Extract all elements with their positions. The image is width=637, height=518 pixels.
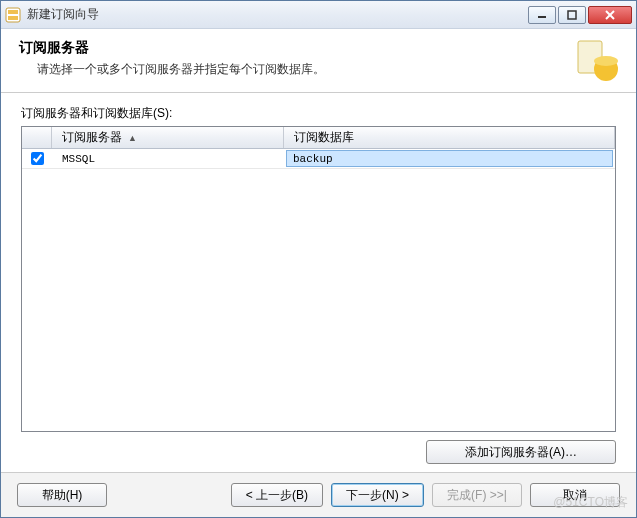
titlebar: 新建订阅向导 xyxy=(1,1,636,29)
row-database-cell[interactable]: backup xyxy=(286,150,613,167)
back-button[interactable]: < 上一步(B) xyxy=(231,483,323,507)
grid-header: 订阅服务器 ▲ 订阅数据库 xyxy=(22,127,615,149)
header-subscriber-label: 订阅服务器 xyxy=(62,129,122,146)
banner-icon xyxy=(574,37,622,85)
wizard-banner: 订阅服务器 请选择一个或多个订阅服务器并指定每个订阅数据库。 xyxy=(1,29,636,93)
grid-body: MSSQL backup xyxy=(22,149,615,431)
banner-subtitle: 请选择一个或多个订阅服务器并指定每个订阅数据库。 xyxy=(19,61,618,78)
subscribers-grid: 订阅服务器 ▲ 订阅数据库 MSSQL backup xyxy=(21,126,616,432)
minimize-button[interactable] xyxy=(528,6,556,24)
header-database[interactable]: 订阅数据库 xyxy=(284,127,615,148)
window-controls xyxy=(528,6,632,24)
svg-rect-1 xyxy=(8,10,18,14)
table-label: 订阅服务器和订阅数据库(S): xyxy=(21,105,616,122)
svg-rect-2 xyxy=(8,16,18,20)
header-subscriber[interactable]: 订阅服务器 ▲ xyxy=(52,127,284,148)
table-row[interactable]: MSSQL backup xyxy=(22,149,615,169)
banner-heading: 订阅服务器 xyxy=(19,39,618,57)
header-database-label: 订阅数据库 xyxy=(294,129,354,146)
help-button[interactable]: 帮助(H) xyxy=(17,483,107,507)
row-checkbox[interactable] xyxy=(31,152,44,165)
window-title: 新建订阅向导 xyxy=(27,6,528,23)
finish-button: 完成(F) >>| xyxy=(432,483,522,507)
svg-point-9 xyxy=(594,56,618,66)
app-icon xyxy=(5,7,21,23)
sort-ascending-icon: ▲ xyxy=(128,133,137,143)
maximize-button[interactable] xyxy=(558,6,586,24)
wizard-window: 新建订阅向导 订阅服务器 请选择一个或多个订阅服务器并指定每个订阅数据库。 xyxy=(0,0,637,518)
content-area: 订阅服务器和订阅数据库(S): 订阅服务器 ▲ 订阅数据库 MSSQL xyxy=(1,93,636,472)
cancel-button[interactable]: 取消 xyxy=(530,483,620,507)
header-checkbox-col xyxy=(22,127,52,148)
row-server-cell: MSSQL xyxy=(52,149,284,168)
add-server-row: 添加订阅服务器(A)… xyxy=(21,440,616,464)
wizard-footer: 帮助(H) < 上一步(B) 下一步(N) > 完成(F) >>| 取消 xyxy=(1,472,636,517)
svg-rect-4 xyxy=(568,11,576,19)
next-button[interactable]: 下一步(N) > xyxy=(331,483,424,507)
close-button[interactable] xyxy=(588,6,632,24)
add-subscriber-button[interactable]: 添加订阅服务器(A)… xyxy=(426,440,616,464)
row-checkbox-cell xyxy=(22,149,52,168)
